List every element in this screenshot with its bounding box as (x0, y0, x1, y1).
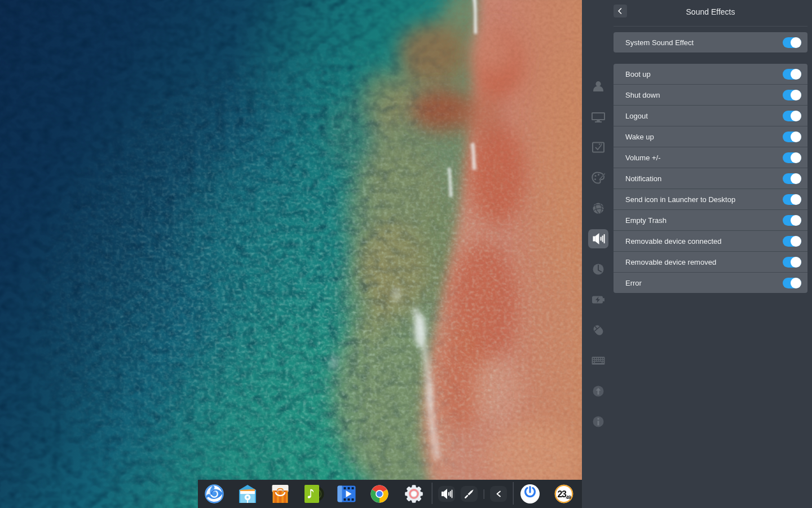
svg-text:49: 49 (566, 494, 572, 500)
svg-text:23: 23 (558, 489, 567, 499)
